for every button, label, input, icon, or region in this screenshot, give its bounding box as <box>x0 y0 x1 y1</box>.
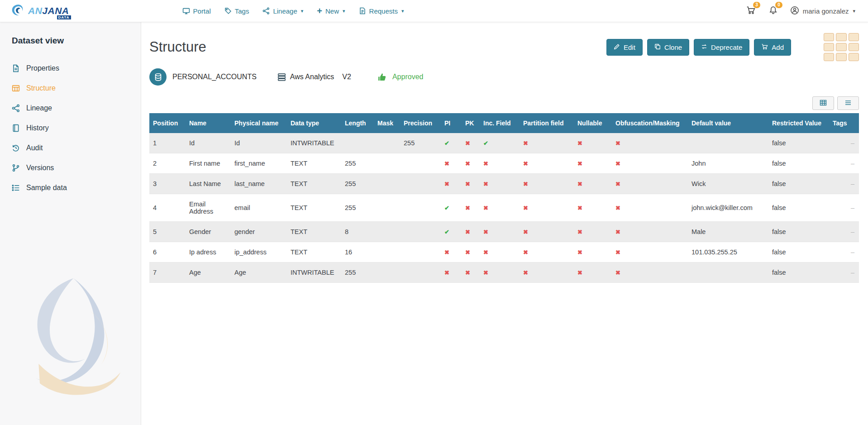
cell-length: 8 <box>341 222 374 242</box>
menu-item-label: Portal <box>193 7 211 15</box>
check-icon: ✔ <box>444 140 449 147</box>
sidebar-item-label: Versions <box>26 164 54 172</box>
table-row: 5GendergenderTEXT8✔✖✖✖✖✖Malefalse– <box>149 222 859 242</box>
cell-precision: 255 <box>400 133 441 153</box>
column-header-nullable: Nullable <box>574 113 612 133</box>
sidebar-item-label: Sample data <box>26 184 67 192</box>
x-icon: ✖ <box>615 205 620 211</box>
cell-data-type: TEXT <box>287 174 341 194</box>
menu-item-label: Lineage <box>273 7 297 15</box>
table-row: 2First namefirst_nameTEXT255✖✖✖✖✖✖Johnfa… <box>149 153 859 174</box>
sidebar-item-audit[interactable]: Audit <box>12 138 141 158</box>
column-header-data-type: Data type <box>287 113 341 133</box>
menu-item-portal[interactable]: Portal <box>182 7 211 15</box>
lineage-icon <box>12 104 20 112</box>
sidebar-item-versions[interactable]: Versions <box>12 158 141 178</box>
cell-length: 255 <box>341 263 374 283</box>
sidebar-item-structure[interactable]: Structure <box>12 78 141 98</box>
cell-flag-pi: ✔ <box>441 133 462 153</box>
menu-item-lineage[interactable]: Lineage ▾ <box>262 7 303 15</box>
sidebar-item-label: Lineage <box>26 104 52 112</box>
x-icon: ✖ <box>465 140 470 147</box>
cell-default-value: 101.035.255.25 <box>688 242 768 263</box>
column-header-physical-name: Physical name <box>231 113 287 133</box>
x-icon: ✖ <box>615 229 620 235</box>
cell-restricted-value: false <box>768 242 829 263</box>
x-icon: ✖ <box>465 205 470 211</box>
sidebar-item-history[interactable]: History <box>12 118 141 138</box>
x-icon: ✖ <box>483 249 488 256</box>
bell-icon <box>769 9 777 16</box>
cell-tags: – <box>829 263 859 283</box>
cell-flag-obfuscation-masking: ✖ <box>612 242 688 263</box>
table-icon <box>12 84 20 92</box>
x-icon: ✖ <box>615 140 620 147</box>
cell-flag-inc-field: ✖ <box>480 242 520 263</box>
cell-flag-pi: ✖ <box>441 153 462 174</box>
cell-position: 5 <box>149 222 186 242</box>
cell-flag-obfuscation-masking: ✖ <box>612 222 688 242</box>
table-view-button[interactable] <box>812 96 834 110</box>
cell-tags: – <box>829 133 859 153</box>
x-icon: ✖ <box>483 269 488 276</box>
main-menu: Portal Tags Lineage ▾ + New ▾ Requests ▾ <box>182 7 404 15</box>
notifications-button[interactable]: 0 <box>768 5 778 17</box>
sidebar-item-label: Audit <box>26 144 43 152</box>
x-icon: ✖ <box>577 249 582 256</box>
book-icon <box>12 124 20 132</box>
cell-flag-obfuscation-masking: ✖ <box>612 153 688 174</box>
cell-flag-pk: ✖ <box>462 194 480 222</box>
apps-grid-icon[interactable] <box>824 33 859 61</box>
sidebar-item-lineage[interactable]: Lineage <box>12 98 141 118</box>
add-button[interactable]: Add <box>754 39 791 56</box>
x-icon: ✖ <box>577 229 582 235</box>
x-icon: ✖ <box>615 160 620 167</box>
cell-name: Last Name <box>186 174 231 194</box>
menu-item-new[interactable]: + New ▾ <box>317 7 345 15</box>
dataset-name: PERSONAL_ACCOUNTS <box>172 73 257 81</box>
cell-default-value <box>688 133 768 153</box>
cell-flag-inc-field: ✖ <box>480 153 520 174</box>
cell-tags: – <box>829 174 859 194</box>
list-view-button[interactable] <box>837 96 859 110</box>
menu-item-label: New <box>325 7 339 15</box>
x-icon: ✖ <box>577 269 582 276</box>
x-icon: ✖ <box>465 249 470 256</box>
x-icon: ✖ <box>615 269 620 276</box>
cell-tags: – <box>829 242 859 263</box>
menu-item-tags[interactable]: Tags <box>224 7 249 15</box>
deprecate-button[interactable]: Deprecate <box>694 39 749 56</box>
cell-physical-name: email <box>231 194 287 222</box>
cell-position: 3 <box>149 174 186 194</box>
menu-item-label: Tags <box>235 7 249 15</box>
cell-physical-name: gender <box>231 222 287 242</box>
cell-physical-name: Age <box>231 263 287 283</box>
cell-flag-partition-field: ✖ <box>520 174 574 194</box>
x-icon: ✖ <box>444 269 449 276</box>
menu-item-requests[interactable]: Requests ▾ <box>359 7 404 15</box>
button-label: Edit <box>624 43 635 51</box>
sidebar-item-sample-data[interactable]: Sample data <box>12 178 141 198</box>
x-icon: ✖ <box>523 160 528 167</box>
structure-table: PositionNamePhysical nameData typeLength… <box>149 113 859 283</box>
edit-button[interactable]: Edit <box>606 39 643 56</box>
cell-flag-pi: ✖ <box>441 242 462 263</box>
cell-position: 7 <box>149 263 186 283</box>
cart-button[interactable]: 3 <box>745 5 756 17</box>
table-row: 1IdIdINTWRITABLE255✔✖✔✖✖✖false– <box>149 133 859 153</box>
table-icon <box>820 99 827 108</box>
cell-flag-partition-field: ✖ <box>520 194 574 222</box>
cell-flag-pi: ✖ <box>441 174 462 194</box>
cell-flag-nullable: ✖ <box>574 263 612 283</box>
sidebar-item-properties[interactable]: Properties <box>12 58 141 78</box>
user-menu[interactable]: maria gonzalez ▾ <box>790 6 855 16</box>
sidebar-item-label: Properties <box>26 64 59 72</box>
cell-length: 255 <box>341 153 374 174</box>
cell-restricted-value: false <box>768 174 829 194</box>
clone-button[interactable]: Clone <box>647 39 689 56</box>
brand-text: ANJANADATA <box>28 5 69 16</box>
column-header-partition-field: Partition field <box>520 113 574 133</box>
cell-flag-nullable: ✖ <box>574 222 612 242</box>
logo-swirl-icon <box>11 4 25 19</box>
brand-logo[interactable]: ANJANADATA <box>11 4 69 19</box>
